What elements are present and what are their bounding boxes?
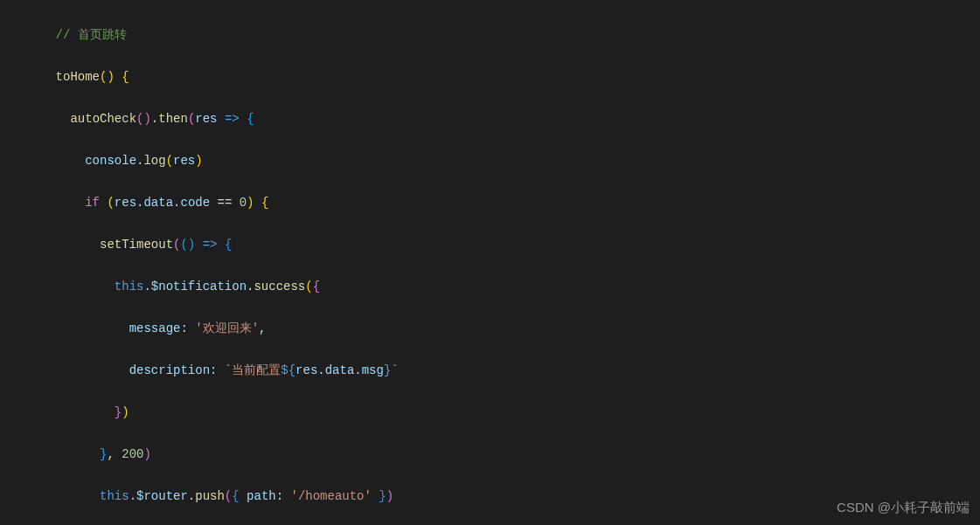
code-line: })	[26, 402, 980, 423]
minimap[interactable]	[964, 0, 980, 525]
code-line: }, 200)	[26, 444, 980, 465]
code-line: autoCheck().then(res => {	[26, 108, 980, 129]
code-line: message: '欢迎回来',	[26, 318, 980, 339]
code-line: description: `当前配置${res.data.msg}`	[26, 360, 980, 381]
code-editor[interactable]: // 首页跳转 toHome() { autoCheck().then(res …	[0, 0, 980, 525]
code-line: if (res.data.code == 0) {	[26, 192, 980, 213]
watermark: CSDN @小耗子敲前端	[837, 497, 970, 518]
code-line: this.$notification.success({	[26, 276, 980, 297]
code-line: setTimeout(() => {	[26, 234, 980, 255]
code-line: console.log(res)	[26, 150, 980, 171]
code-line: toHome() {	[26, 66, 980, 87]
code-line: // 首页跳转	[26, 24, 980, 45]
